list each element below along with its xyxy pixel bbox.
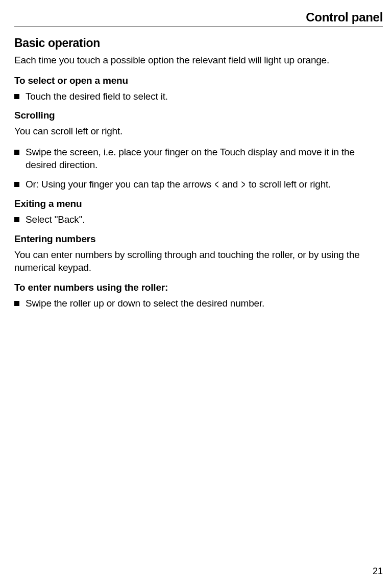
paragraph: You can enter numbers by scrolling throu…: [14, 249, 383, 274]
chevron-left-icon: <: [215, 177, 219, 193]
square-bullet-icon: [14, 94, 19, 99]
text-fragment: and: [219, 179, 240, 190]
subheading: Scrolling: [14, 110, 383, 121]
page: Control panel Basic operation Each time …: [0, 0, 392, 587]
bullet-text: Touch the desired field to select it.: [26, 90, 383, 103]
bullet-text: Select "Back".: [26, 214, 383, 226]
bullet-text: Swipe the roller up or down to select th…: [26, 297, 383, 310]
square-bullet-icon: [14, 301, 19, 306]
bullet-text: Or: Using your finger you can tap the ar…: [26, 178, 383, 191]
text-fragment: to scroll left or right.: [246, 179, 331, 190]
subheading: Entering numbers: [14, 233, 383, 245]
bullet-item: Touch the desired field to select it.: [14, 90, 383, 103]
text-fragment: Or: Using your finger you can tap the ar…: [26, 179, 214, 190]
page-number: 21: [373, 566, 383, 577]
square-bullet-icon: [14, 150, 19, 155]
bullet-item: Swipe the screen, i.e. place your finger…: [14, 146, 383, 171]
chevron-right-icon: >: [241, 177, 246, 193]
intro-paragraph: Each time you touch a possible option th…: [14, 54, 383, 67]
subheading: To enter numbers using the roller:: [14, 282, 383, 293]
bullet-item: Select "Back".: [14, 214, 383, 226]
subheading: To select or open a menu: [14, 75, 383, 86]
section-title: Basic operation: [14, 36, 383, 50]
square-bullet-icon: [14, 217, 19, 222]
bullet-item: Swipe the roller up or down to select th…: [14, 297, 383, 310]
bullet-item: Or: Using your finger you can tap the ar…: [14, 178, 383, 191]
bullet-text: Swipe the screen, i.e. place your finger…: [26, 146, 383, 171]
paragraph: You can scroll left or right.: [14, 125, 383, 138]
square-bullet-icon: [14, 182, 19, 187]
subheading: Exiting a menu: [14, 198, 383, 209]
page-header: Control panel: [14, 10, 383, 27]
